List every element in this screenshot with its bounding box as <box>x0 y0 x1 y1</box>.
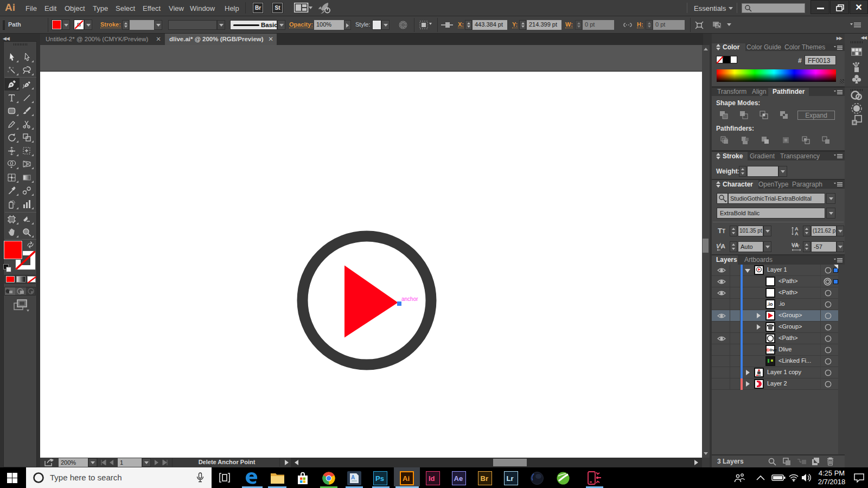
svg-text:VA: VA <box>792 242 799 248</box>
svg-text:V: V <box>716 243 721 249</box>
svg-text:Lr: Lr <box>507 474 514 483</box>
svg-text:A: A <box>795 231 799 236</box>
svg-text:A: A <box>351 474 355 480</box>
svg-text:Id: Id <box>429 474 435 483</box>
svg-text:Ps: Ps <box>375 474 384 483</box>
svg-text:Ae: Ae <box>454 474 463 483</box>
svg-text:Ai: Ai <box>403 474 410 483</box>
svg-text:Br: Br <box>481 474 488 483</box>
